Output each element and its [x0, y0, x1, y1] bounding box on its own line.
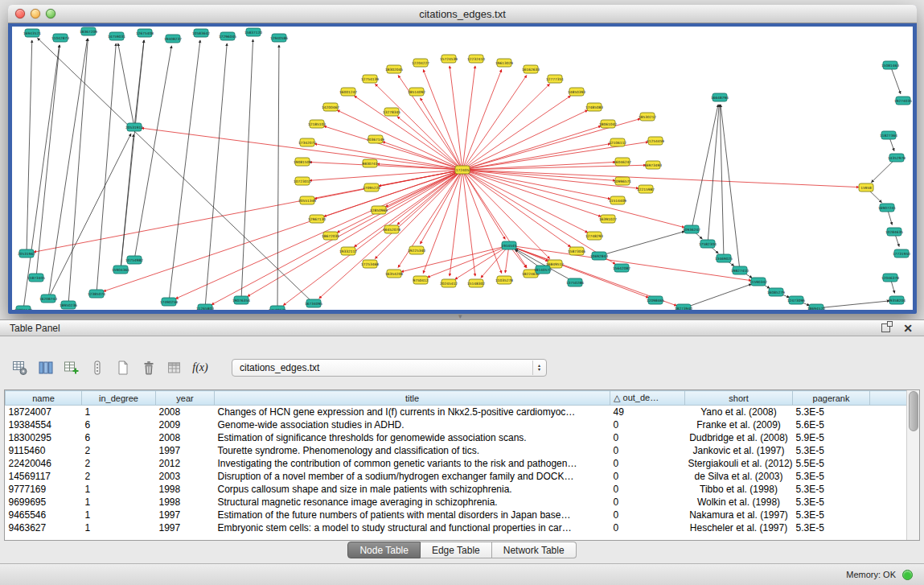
- graph-edge[interactable]: [36, 45, 60, 278]
- memory-status-indicator: [902, 570, 913, 580]
- table-cell: Wolkin et al. (1998): [685, 496, 793, 509]
- graph-edge[interactable]: [427, 245, 509, 278]
- graph-nodes: 1724051572453912204227183020451275413916…: [14, 27, 912, 310]
- graph-edge[interactable]: [423, 170, 462, 274]
- graph-edge[interactable]: [462, 126, 601, 170]
- scrollbar-thumb[interactable]: [909, 391, 918, 431]
- graph-edge[interactable]: [248, 170, 462, 296]
- graph-edge[interactable]: [104, 170, 462, 291]
- graph-edge[interactable]: [462, 170, 502, 274]
- close-panel-icon[interactable]: ✕: [903, 323, 913, 334]
- table-row[interactable]: 1456911722003Disruption of a novel membe…: [6, 470, 907, 483]
- show-columns-button[interactable]: [35, 357, 56, 378]
- graph-edge[interactable]: [27, 40, 32, 253]
- tab-network-table[interactable]: Network Table: [492, 542, 577, 558]
- table-header-row: namein_degreeyeartitle△ out_de…shortpage…: [6, 391, 907, 406]
- function-builder-button[interactable]: f(x): [190, 357, 211, 378]
- vertical-scrollbar[interactable]: [906, 390, 919, 540]
- minimize-window-button[interactable]: [31, 9, 40, 19]
- table-options-button[interactable]: [10, 357, 31, 378]
- column-header-pagerank[interactable]: pagerank: [793, 391, 870, 406]
- column-header-short[interactable]: short: [685, 391, 793, 406]
- graph-edge[interactable]: [462, 170, 588, 233]
- graph-edge[interactable]: [462, 170, 527, 267]
- graph-edge[interactable]: [462, 170, 639, 188]
- graph-edge[interactable]: [241, 39, 253, 300]
- graph-edge[interactable]: [319, 170, 462, 299]
- graph-edge[interactable]: [354, 96, 462, 170]
- graph-edge[interactable]: [462, 110, 588, 170]
- graph-edge[interactable]: [68, 39, 88, 305]
- graph-edge[interactable]: [462, 170, 859, 187]
- graph-edge[interactable]: [205, 43, 227, 308]
- table-row[interactable]: 1830029562008Estimation of significance …: [6, 431, 907, 444]
- graph-edge[interactable]: [337, 170, 462, 233]
- graph-edge[interactable]: [382, 142, 462, 170]
- attribute-table: namein_degreeyeartitle△ out_de…shortpage…: [4, 389, 920, 541]
- column-header-title[interactable]: title: [215, 391, 610, 406]
- graph-edge[interactable]: [310, 170, 462, 180]
- graph-edge[interactable]: [708, 105, 719, 244]
- graph-edge[interactable]: [462, 170, 615, 180]
- graph-edge[interactable]: [97, 43, 116, 294]
- graph-edge[interactable]: [684, 284, 752, 308]
- graph-edge[interactable]: [121, 134, 133, 270]
- table-row[interactable]: 2242004622012Investigating the contribut…: [6, 457, 907, 470]
- graph-edge[interactable]: [462, 170, 571, 247]
- table-row[interactable]: 977716911998Corpus callosum shape and si…: [6, 483, 907, 496]
- graph-edge[interactable]: [134, 40, 144, 127]
- column-header-out_degree[interactable]: △ out_de…: [610, 391, 685, 406]
- table-row[interactable]: 1872400712008Changes of HCN gene express…: [6, 406, 907, 419]
- network-window-titlebar[interactable]: citations_edges.txt: [8, 5, 917, 23]
- graph-edge[interactable]: [377, 164, 462, 170]
- graph-edge[interactable]: [450, 170, 462, 276]
- table-row[interactable]: 1938455462009Genome-wide association stu…: [6, 418, 907, 431]
- zoom-window-button[interactable]: [46, 9, 55, 19]
- table-row[interactable]: 946554611997Estimation of the future num…: [6, 509, 907, 521]
- graph-node-label: 1914545: [501, 244, 516, 248]
- graph-edge[interactable]: [169, 40, 200, 302]
- graph-edge[interactable]: [481, 245, 509, 278]
- graph-edge[interactable]: [816, 301, 889, 308]
- graph-edge[interactable]: [375, 170, 462, 259]
- float-panel-icon[interactable]: [881, 323, 890, 332]
- graph-edge[interactable]: [34, 170, 462, 252]
- graph-node-label: 19225340: [408, 249, 425, 253]
- graph-edge[interactable]: [462, 96, 571, 170]
- graph-node-label: 19081509: [294, 160, 311, 164]
- graph-edge[interactable]: [324, 126, 462, 170]
- column-header-name[interactable]: name: [6, 391, 82, 406]
- close-window-button[interactable]: [15, 9, 25, 19]
- table-selector-combo[interactable]: citations_edges.txt ▴ ▾: [232, 359, 547, 377]
- new-document-button[interactable]: [113, 357, 133, 378]
- column-header-year[interactable]: year: [156, 391, 215, 406]
- table-row[interactable]: 969969511998Structural magnetic resonanc…: [6, 496, 907, 509]
- graph-edge[interactable]: [385, 170, 462, 207]
- graph-node-label: 16001247: [339, 90, 357, 94]
- graph-node-label: 16734095: [305, 302, 322, 306]
- graph-edge[interactable]: [462, 170, 475, 276]
- graph-edge[interactable]: [462, 170, 684, 228]
- graph-node-label: 17485083: [585, 105, 603, 109]
- tab-edge-table[interactable]: Edge Table: [421, 542, 492, 558]
- table-row[interactable]: 911546021997Tourette syndrome. Phenomeno…: [6, 444, 907, 457]
- import-table-button[interactable]: [164, 357, 185, 378]
- column-header-in_degree[interactable]: in_degree: [82, 391, 156, 406]
- new-column-button[interactable]: [61, 357, 82, 378]
- graph-node-label: 18694520: [807, 307, 825, 310]
- table-cell: 2: [82, 457, 156, 470]
- network-canvas[interactable]: 1724051572453912204227183020451275413916…: [12, 27, 913, 310]
- graph-node-label: 12185103: [308, 122, 326, 126]
- graph-edge[interactable]: [421, 98, 462, 170]
- table-row[interactable]: 946362711997Embryonic stem cells: a mode…: [6, 521, 907, 534]
- graph-node-label: 19274035: [894, 99, 912, 103]
- graph-edge[interactable]: [37, 38, 314, 303]
- graph-edge[interactable]: [118, 43, 134, 127]
- row-options-button[interactable]: [87, 357, 108, 378]
- graph-edge[interactable]: [337, 110, 462, 170]
- delete-button[interactable]: [138, 357, 159, 378]
- table-cell: 14569117: [6, 470, 82, 483]
- graph-edge[interactable]: [455, 245, 509, 279]
- graph-edge[interactable]: [599, 231, 684, 256]
- tab-node-table[interactable]: Node Table: [347, 542, 421, 558]
